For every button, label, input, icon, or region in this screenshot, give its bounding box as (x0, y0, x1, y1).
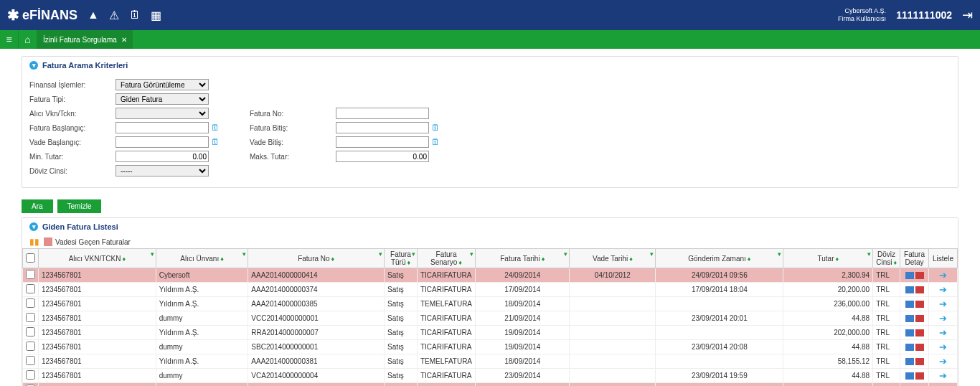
sort-icon[interactable]: ♦ (122, 255, 126, 263)
sort-icon[interactable]: ♦ (835, 255, 839, 263)
arrow-right-icon[interactable]: ➔ (939, 356, 947, 367)
html-icon[interactable] (905, 315, 914, 322)
col-doviz: Döviz Cinsi♦ (873, 249, 900, 268)
alert-tree-icon[interactable]: ▲ (88, 9, 99, 22)
html-icon[interactable] (905, 372, 914, 380)
cell-unvan: dummy (156, 369, 248, 383)
input-fatura-bas[interactable] (116, 122, 209, 133)
row-checkbox[interactable] (26, 370, 35, 380)
filter-icon[interactable]: ▾ (151, 250, 154, 258)
arrow-right-icon[interactable]: ➔ (939, 327, 947, 338)
sort-icon[interactable]: ♦ (331, 255, 335, 263)
filter-icon[interactable]: ▾ (379, 250, 382, 258)
menu-toggle[interactable]: ≡ (0, 30, 19, 49)
input-vade-bitis[interactable] (336, 136, 429, 148)
calendar-icon[interactable]: 🗓 (211, 123, 221, 133)
arrow-right-icon[interactable]: ➔ (939, 313, 947, 324)
arrow-right-icon[interactable]: ➔ (939, 270, 947, 281)
search-button[interactable]: Ara (22, 199, 53, 213)
warning-icon[interactable]: ⚠ (109, 9, 119, 22)
select-doviz[interactable]: ----- (116, 165, 209, 176)
input-fatura-no[interactable] (336, 108, 429, 119)
apps-icon[interactable]: ▦ (151, 9, 161, 22)
pdf-icon[interactable] (915, 372, 924, 380)
row-checkbox[interactable] (26, 356, 35, 365)
html-icon[interactable] (905, 286, 914, 293)
cell-doviz: TRL (873, 383, 900, 387)
table-row[interactable]: 1234567801Yıldırım A.Ş.AAA2014000000382S… (23, 383, 958, 387)
cell-ftarih: 18/09/2014 (476, 354, 570, 369)
sort-icon[interactable]: ♦ (458, 259, 462, 266)
chart-icon[interactable]: ▮▮ (29, 237, 39, 247)
label-fatura-bas: Fatura Başlangıç: (29, 124, 116, 132)
tab-izinli-fatura[interactable]: İzinli Fatura Sorgulama ✕ (37, 30, 133, 49)
home-button[interactable]: ⌂ (19, 30, 37, 49)
row-checkbox[interactable] (26, 342, 35, 351)
arrow-right-icon[interactable]: ➔ (939, 284, 947, 295)
input-vade-bas[interactable] (116, 136, 209, 148)
cell-fno: AAA2014000000381 (248, 354, 385, 369)
pdf-icon[interactable] (915, 358, 924, 365)
row-checkbox[interactable] (26, 298, 35, 308)
arrow-right-icon[interactable]: ➔ (939, 342, 947, 352)
calendar-icon[interactable]: 🗓 (431, 137, 441, 147)
logout-icon[interactable]: ⇥ (962, 7, 973, 23)
pdf-icon[interactable] (915, 315, 924, 322)
calendar-icon[interactable]: 🗓 (431, 123, 441, 133)
pdf-icon[interactable] (915, 329, 924, 336)
select-fatura-tipi[interactable]: Giden Fatura (116, 93, 209, 105)
calendar-icon[interactable]: 🗓 (129, 9, 141, 22)
pdf-icon[interactable] (915, 286, 924, 293)
sort-icon[interactable]: ♦ (407, 259, 410, 266)
sort-icon[interactable]: ♦ (220, 255, 224, 263)
cell-tutar: 2,300.94 (783, 268, 873, 283)
tab-close-icon[interactable]: ✕ (121, 36, 127, 44)
html-icon[interactable] (905, 301, 914, 308)
sort-icon[interactable]: ♦ (542, 255, 545, 263)
row-checkbox[interactable] (26, 270, 35, 279)
sort-icon[interactable]: ♦ (629, 255, 633, 263)
row-checkbox[interactable] (26, 327, 35, 336)
calendar-icon[interactable]: 🗓 (211, 137, 221, 147)
table-row[interactable]: 1234567801Yıldırım A.Ş.AAA2014000000374S… (23, 283, 958, 297)
table-row[interactable]: 1234567801dummySBC2014000000001SatışTICA… (23, 340, 958, 354)
select-fin-ops[interactable]: Fatura Görüntüleme (116, 79, 209, 90)
pdf-icon[interactable] (915, 344, 924, 351)
search-panel-header[interactable]: ▾ Fatura Arama Kriterleri (22, 57, 958, 74)
input-maks-tutar[interactable] (336, 151, 429, 162)
col-fno: Fatura No♦▾ (248, 249, 385, 268)
filter-icon[interactable]: ▾ (412, 250, 415, 258)
cell-vtarih (570, 283, 656, 297)
sort-icon[interactable]: ♦ (893, 259, 897, 266)
arrow-right-icon[interactable]: ➔ (939, 298, 947, 309)
sort-icon[interactable]: ♦ (748, 255, 751, 263)
html-icon[interactable] (905, 272, 914, 279)
table-row[interactable]: 1234567801Yıldırım A.Ş.AAA2014000000385S… (23, 297, 958, 311)
input-fatura-bitis[interactable] (336, 122, 429, 133)
pdf-icon[interactable] (915, 301, 924, 308)
filter-icon[interactable]: ▾ (867, 250, 871, 258)
select-all-checkbox[interactable] (26, 253, 35, 263)
filter-icon[interactable]: ▾ (242, 250, 246, 258)
row-checkbox[interactable] (26, 284, 35, 293)
table-row[interactable]: 1234567801Yıldırım A.Ş.AAA2014000000381S… (23, 354, 958, 369)
input-min-tutar[interactable] (116, 151, 209, 162)
clear-button[interactable]: Temizle (57, 199, 102, 213)
html-icon[interactable] (905, 358, 914, 365)
filter-icon[interactable]: ▾ (778, 250, 781, 258)
pdf-icon[interactable] (915, 272, 924, 279)
table-row[interactable]: 1234567801Yıldırım A.Ş.RRA2014000000007S… (23, 326, 958, 340)
row-checkbox[interactable] (26, 313, 35, 322)
filter-icon[interactable]: ▾ (564, 250, 567, 258)
list-panel-header[interactable]: ▾ Giden Fatura Listesi (22, 218, 958, 235)
html-icon[interactable] (905, 329, 914, 336)
html-icon[interactable] (905, 344, 914, 351)
filter-icon[interactable]: ▾ (650, 250, 654, 258)
arrow-right-icon[interactable]: ➔ (939, 370, 947, 381)
select-alici-vkn[interactable] (116, 108, 209, 119)
cell-vtarih (570, 354, 656, 369)
table-row[interactable]: 1234567801dummyVCA2014000000004SatışTICA… (23, 369, 958, 383)
filter-icon[interactable]: ▾ (470, 250, 473, 258)
table-row[interactable]: 1234567801CybersoftAAA2014000000414Satış… (23, 268, 958, 283)
table-row[interactable]: 1234567801dummyVCC2014000000001SatışTICA… (23, 311, 958, 326)
